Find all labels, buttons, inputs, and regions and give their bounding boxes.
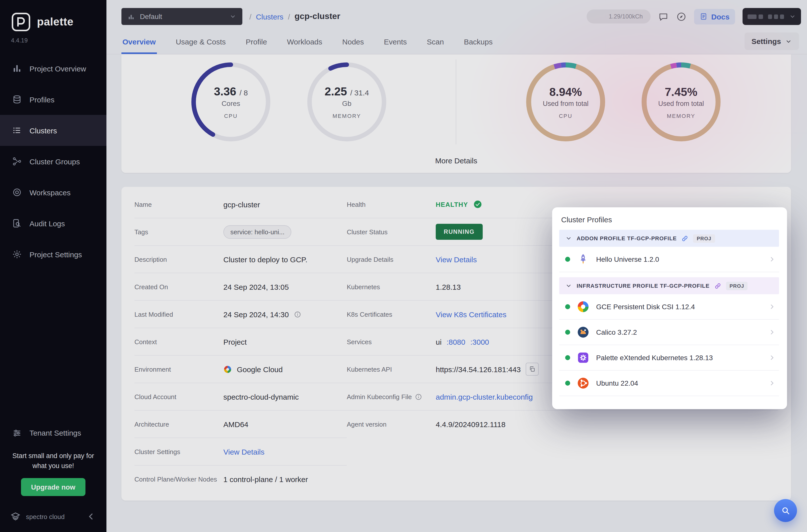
- sidebar-item-clusters[interactable]: Clusters: [0, 115, 107, 146]
- cluster-status-badge: RUNNING: [436, 224, 483, 240]
- service-port-link[interactable]: :3000: [470, 338, 489, 346]
- detail-row-created-on: Created On24 Sep 2024, 13:05: [134, 273, 347, 301]
- topbar-right: 1.29/100kCh Docs: [587, 8, 801, 25]
- tab-workloads[interactable]: Workloads: [286, 31, 323, 54]
- profile-item-ubuntu-22-04[interactable]: Ubuntu 22.04: [559, 370, 779, 396]
- app-version: 4.4.19: [0, 36, 107, 53]
- sidebar-item-cluster-groups[interactable]: Cluster Groups: [0, 146, 107, 177]
- detail-label: Agent version: [347, 420, 436, 428]
- tab-usage-costs[interactable]: Usage & Costs: [175, 31, 227, 54]
- project-selector[interactable]: Default: [121, 8, 242, 25]
- sidebar-item-project-settings[interactable]: Project Settings: [0, 239, 107, 270]
- profile-item-calico-3-27-2[interactable]: Calico 3.27.2: [559, 320, 779, 345]
- profile-item-name: Ubuntu 22.04: [596, 379, 762, 387]
- sidebar-item-label: Cluster Groups: [30, 157, 80, 166]
- tab-nodes[interactable]: Nodes: [341, 31, 365, 54]
- tab-overview[interactable]: Overview: [121, 31, 157, 54]
- detail-label: Created On: [134, 283, 223, 290]
- chevron-down-icon: [789, 13, 796, 20]
- sidebar-item-project-overview[interactable]: Project Overview: [0, 53, 107, 84]
- document-icon: [700, 13, 708, 20]
- tab-backups[interactable]: Backups: [463, 31, 494, 54]
- search-fab[interactable]: [774, 499, 797, 522]
- sidebar-bottom: Tenant Settings Start small and only pay…: [0, 420, 107, 532]
- cpu-total-ring: 8.94% Used from total CPU: [526, 62, 605, 141]
- sidebar-item-label: Tenant Settings: [30, 429, 81, 437]
- docs-button[interactable]: Docs: [694, 9, 735, 24]
- sidebar-item-label: Audit Logs: [30, 219, 65, 228]
- status-dot: [565, 381, 570, 386]
- pxk-icon: [577, 351, 589, 364]
- popup-title: Cluster Profiles: [552, 207, 787, 230]
- chevron-down-icon: [565, 235, 572, 242]
- info-icon[interactable]: [294, 310, 301, 318]
- detail-label: Cloud Account: [134, 393, 223, 400]
- sidebar-item-label: Project Overview: [30, 64, 86, 73]
- memory-total-label: MEMORY: [667, 113, 695, 119]
- profile-item-hello-universe-1-2-0[interactable]: Hello Universe 1.2.0: [559, 247, 779, 272]
- upgrade-now-button[interactable]: Upgrade now: [21, 478, 85, 496]
- sidebar-item-workspaces[interactable]: Workspaces: [0, 177, 107, 208]
- profile-section-infrastructure-profile-tf-gcp-profile[interactable]: INFRASTRUCTURE PROFILE TF-GCP-PROFILEPRO…: [559, 277, 779, 294]
- cpu-unit: Cores: [222, 99, 240, 108]
- tag-pill[interactable]: service: hello-uni...: [223, 225, 292, 239]
- chevron-right-icon: [768, 255, 776, 263]
- sidebar-item-label: Project Settings: [30, 250, 82, 259]
- sidebar-item-tenant-settings[interactable]: Tenant Settings: [0, 420, 107, 446]
- settings-button[interactable]: Settings: [745, 33, 799, 50]
- tab-events[interactable]: Events: [383, 31, 408, 54]
- brand-name: palette: [37, 16, 73, 28]
- help-compass-icon[interactable]: [676, 11, 687, 22]
- rocket-icon: [577, 253, 589, 266]
- sidebar-item-profiles[interactable]: Profiles: [0, 84, 107, 115]
- user-menu-redacted[interactable]: [743, 8, 801, 25]
- detail-row-tags: Tagsservice: hello-uni...: [134, 218, 347, 246]
- more-details-button[interactable]: More Details: [121, 147, 791, 173]
- tab-scan[interactable]: Scan: [426, 31, 445, 54]
- info-icon[interactable]: [415, 393, 422, 400]
- detail-link-view-details[interactable]: View Details: [436, 255, 477, 264]
- sidebar-collapse-icon[interactable]: [86, 511, 96, 522]
- memory-unit: Gb: [342, 99, 351, 108]
- palette-logo-icon: [11, 12, 31, 32]
- copy-button[interactable]: [526, 363, 539, 376]
- profile-item-name: Hello Universe 1.2.0: [596, 255, 762, 263]
- ubuntu-icon: [577, 377, 589, 390]
- detail-link-admin-gcp-cluster-kubeconfig[interactable]: admin.gcp-cluster.kubeconfig: [436, 392, 533, 401]
- metrics-divider: [456, 59, 456, 144]
- docs-label: Docs: [711, 12, 730, 21]
- upgrade-promo-text: Start small and only pay for what you us…: [9, 451, 97, 471]
- service-port-link[interactable]: :8080: [447, 338, 465, 346]
- tabs: OverviewUsage & CostsProfileWorkloadsNod…: [121, 29, 494, 54]
- profile-section-name: ADDON PROFILE TF-GCP-PROFILE: [577, 235, 677, 241]
- cpu-total-percent: 8.94%: [549, 85, 582, 99]
- chat-icon[interactable]: [658, 11, 669, 22]
- profile-item-palette-extended-kubernetes-1-28-13[interactable]: Palette eXtended Kubernetes 1.28.13: [559, 345, 779, 370]
- tab-profile[interactable]: Profile: [245, 31, 268, 54]
- sidebar-item-label: Profiles: [30, 95, 54, 104]
- profile-item-gce-persistent-disk-csi-1-12-4[interactable]: GCE Persistent Disk CSI 1.12.4: [559, 294, 779, 320]
- detail-label: Admin Kubeconfig File: [347, 393, 436, 400]
- chevron-right-icon: [768, 328, 776, 336]
- detail-row-cloud-account: Cloud Accountspectro-cloud-dynamic: [134, 383, 347, 411]
- detail-value: AMD64: [223, 420, 248, 428]
- status-dot: [565, 304, 570, 309]
- profile-section-addon-profile-tf-gcp-profile[interactable]: ADDON PROFILE TF-GCP-PROFILEPROJ: [559, 230, 779, 247]
- detail-link-view-k8s-certificates[interactable]: View K8s Certificates: [436, 310, 506, 319]
- layers-icon: [12, 94, 22, 104]
- profile-item-name: Palette eXtended Kubernetes 1.28.13: [596, 354, 762, 362]
- cpu-total-label: CPU: [559, 113, 573, 119]
- detail-link-view-details[interactable]: View Details: [223, 447, 265, 456]
- cpu-usage-gauge: 3.36 / 8 Cores CPU: [191, 62, 270, 141]
- spectro-cloud-logo-icon: [10, 511, 21, 522]
- detail-row-name: Namegcp-cluster: [134, 191, 347, 218]
- memory-usage-gauge: 2.25 / 31.4 Gb MEMORY: [307, 62, 386, 141]
- breadcrumb-clusters-link[interactable]: Clusters: [256, 12, 283, 21]
- detail-row-environment: EnvironmentGoogle Cloud: [134, 356, 347, 383]
- memory-total-percent: 7.45%: [665, 85, 697, 99]
- breadcrumb-separator: /: [288, 12, 290, 21]
- popup-body: ADDON PROFILE TF-GCP-PROFILEPROJHello Un…: [559, 230, 779, 396]
- detail-value: ui: [436, 338, 442, 346]
- cluster-profiles-popup: Cluster Profiles ADDON PROFILE TF-GCP-PR…: [552, 207, 787, 409]
- sidebar-item-audit-logs[interactable]: Audit Logs: [0, 208, 107, 239]
